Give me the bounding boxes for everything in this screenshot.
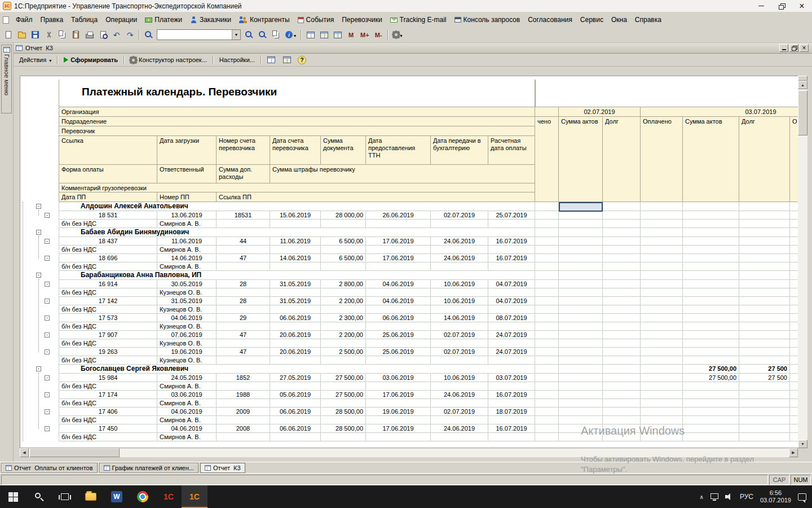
report-cell[interactable] [270,322,321,331]
report-cell[interactable] [488,246,535,254]
menu-item-operations[interactable]: Операции [102,14,141,26]
report-cell[interactable] [535,202,559,211]
report-cell[interactable] [603,305,641,314]
collapse-row-button[interactable] [45,213,50,218]
report-cell[interactable] [739,391,790,399]
report-cell[interactable] [790,322,798,331]
report-cell[interactable]: 47 [217,331,270,339]
report-cell[interactable]: 04.06.2019 [157,408,217,416]
report-cell[interactable] [790,305,798,314]
report-cell[interactable] [603,211,641,220]
find-settings-button[interactable] [256,29,269,41]
report-cell[interactable] [739,246,790,254]
report-cell[interactable] [603,339,641,348]
menu-item-file[interactable]: Файл [12,14,37,26]
report-cell[interactable]: б/н без НДС [59,356,157,365]
report-cell[interactable] [603,356,641,365]
collapse-group-button[interactable] [36,204,41,209]
menu-item-customers[interactable]: Заказчики [186,14,235,26]
find-button[interactable] [142,29,155,41]
menu-item-query-console[interactable]: Консоль запросов [451,14,524,26]
report-cell[interactable] [603,374,641,382]
report-cell[interactable] [790,416,798,424]
header-cell[interactable] [535,107,559,117]
report-cell[interactable] [559,220,603,228]
report-cell[interactable] [270,262,321,271]
report-cell[interactable] [559,356,603,365]
menu-item-table[interactable]: Таблица [67,14,102,26]
report-cell[interactable] [488,339,535,348]
report-cell[interactable]: 06.06.2019 [270,314,321,322]
report-cell[interactable] [790,433,798,441]
report-cell[interactable] [431,262,488,271]
report-cell[interactable] [559,399,603,408]
report-cell[interactable]: б/н без НДС [59,399,157,408]
close-button[interactable] [792,0,812,12]
report-cell[interactable] [603,246,641,254]
report-cell[interactable] [321,399,366,408]
report-cell[interactable] [603,348,641,356]
report-cell[interactable] [559,348,603,356]
report-cell[interactable]: 18531 [217,211,270,220]
report-cell[interactable] [790,271,798,280]
report-cell[interactable] [559,408,603,416]
settings-button[interactable]: Настройки... [216,55,258,65]
report-cell[interactable] [739,399,790,408]
report-cell[interactable]: 24.05.2019 [157,374,217,382]
report-cell[interactable]: 11.06.2019 [157,237,217,246]
report-cell[interactable] [535,228,559,237]
paste-button[interactable] [69,29,82,41]
report-cell[interactable]: б/н без НДС [59,305,157,314]
report-cell[interactable]: 6 500,00 [321,237,366,246]
report-cell[interactable] [641,399,683,408]
report-cell[interactable]: 17 450 [59,424,157,433]
report-cell[interactable] [641,262,683,271]
report-cell[interactable] [739,433,790,441]
report-cell[interactable] [535,297,559,305]
report-cell[interactable] [603,399,641,408]
table-totals-button[interactable] [331,29,344,41]
report-cell[interactable]: 47 [217,254,270,262]
report-cell[interactable] [603,228,641,237]
info-button[interactable] [283,29,298,41]
report-cell[interactable] [641,254,683,262]
report-cell[interactable] [431,322,488,331]
report-cell[interactable]: 17.06.2019 [366,424,431,433]
vertical-scrollbar[interactable] [798,76,807,448]
report-cell[interactable]: 25.06.2019 [366,348,431,356]
group-row-name[interactable]: Бабаев Абидин Бинямудинович [59,228,535,237]
report-cell[interactable] [366,433,431,441]
report-cell[interactable] [431,220,488,228]
report-cell[interactable]: 31.05.2019 [270,280,321,288]
report-cell[interactable]: 17.06.2019 [366,391,431,399]
calc-m-minus-button[interactable]: М- [372,29,385,41]
header-cell[interactable]: Комментарий грузоперевозки [59,183,535,192]
report-cell[interactable] [641,237,683,246]
report-cell[interactable]: 14.06.2019 [431,314,488,322]
report-cell[interactable] [683,211,739,220]
report-cell[interactable] [366,339,431,348]
child-restore-button[interactable] [789,44,798,52]
header-cell[interactable]: Организация [59,107,535,117]
system-menu-icon[interactable] [3,16,9,24]
report-cell[interactable]: 06.06.2019 [270,424,321,433]
header-cell[interactable]: Сумма документа [321,136,366,165]
report-cell[interactable]: б/н без НДС [59,262,157,271]
report-cell[interactable]: 02.07.2019 [431,331,488,339]
collapse-row-button[interactable] [45,392,50,397]
report-cell[interactable] [641,228,683,237]
report-cell[interactable] [559,365,603,374]
report-cell[interactable]: Смирнов А. В. [157,416,217,424]
report-cell[interactable] [366,220,431,228]
report-cell[interactable] [790,399,798,408]
report-cell[interactable] [366,262,431,271]
report-cell[interactable] [366,356,431,365]
report-cell[interactable]: 18 531 [59,211,157,220]
report-cell[interactable]: 2 200,00 [321,297,366,305]
report-cell[interactable]: Кузнецов О. В. [157,322,217,331]
report-cell[interactable]: 28 [217,280,270,288]
report-cell[interactable]: б/н без НДС [59,382,157,391]
report-cell[interactable] [559,228,603,237]
report-cell[interactable] [739,322,790,331]
report-cell[interactable] [270,433,321,441]
